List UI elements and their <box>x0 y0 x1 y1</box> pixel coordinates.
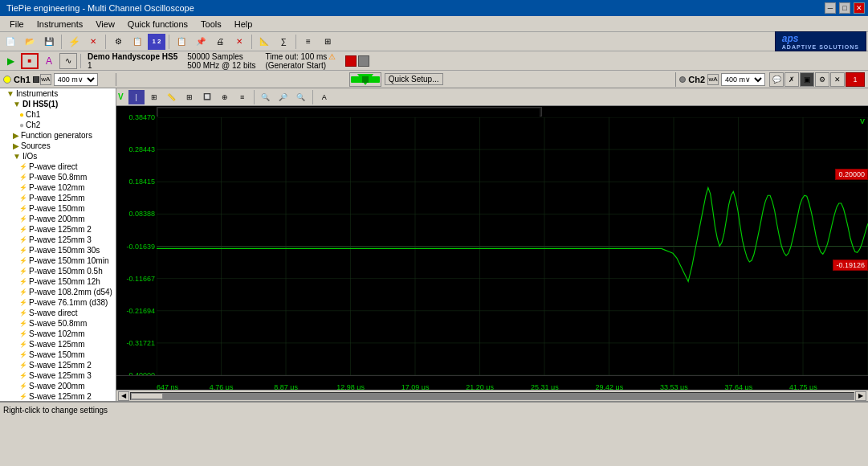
menu-help[interactable]: Help <box>228 19 259 29</box>
tree-swave-200[interactable]: ⚡S-wave 200mm <box>0 381 116 391</box>
tree-func-gen[interactable]: ▶ Function generators <box>0 130 116 141</box>
gen-controls <box>345 55 369 67</box>
tree-pwave-108[interactable]: ⚡P-wave 108.2mm (d54) <box>0 287 116 297</box>
ch2-dark-button[interactable]: ▣ <box>800 72 814 87</box>
tree-ch1[interactable]: ● Ch1 <box>0 109 116 120</box>
markers-button[interactable]: ✗ <box>784 72 799 87</box>
menu-quick-functions[interactable]: Quick functions <box>121 19 194 29</box>
close-button[interactable]: ✕ <box>854 2 865 14</box>
scroll-track[interactable] <box>130 392 854 400</box>
tree-pwave-direct[interactable]: ⚡P-wave direct <box>0 161 116 172</box>
tree-pwave-125[interactable]: ⚡P-wave 125mm <box>0 193 116 203</box>
ch1-scale-select[interactable]: 400 m∨ <box>54 73 98 86</box>
scroll-left-btn[interactable]: ◀ <box>118 391 129 401</box>
paste-button[interactable]: 📌 <box>192 34 210 50</box>
waveform-area[interactable]: 0.20000 -0.19126 V <box>157 117 868 375</box>
save-button[interactable]: 💾 <box>40 34 58 50</box>
record-button[interactable]: A <box>40 53 58 69</box>
tree-pwave-200[interactable]: ⚡P-wave 200mm <box>0 214 116 224</box>
view-grid-button[interactable]: ⊞ <box>319 34 336 50</box>
tree-swave-508[interactable]: ⚡S-wave 50.8mm <box>0 318 116 329</box>
t-7: 29.42 μs <box>595 383 623 390</box>
tree-pwave-125-3[interactable]: ⚡P-wave 125mm 3 <box>0 235 116 245</box>
connect-button[interactable]: ⚡ <box>65 34 83 50</box>
tree-swave-125[interactable]: ⚡S-wave 125mm <box>0 339 116 350</box>
scope-zoom-btn[interactable]: 🔲 <box>199 90 215 104</box>
tree-ch2[interactable]: ● Ch2 <box>0 120 116 130</box>
view-list-button[interactable]: ≡ <box>300 34 317 50</box>
cursor-button[interactable]: 💬 <box>769 72 784 87</box>
tree-swave-102[interactable]: ⚡S-wave 102mm <box>0 329 116 339</box>
play-button[interactable]: ▶ <box>2 53 19 69</box>
tree-pwave-150-10min[interactable]: ⚡P-wave 150mm 10min <box>0 255 116 266</box>
ch1-type-button[interactable]: wA <box>40 74 51 85</box>
scope-cursor-btn[interactable]: | <box>128 90 145 104</box>
measure-button[interactable]: 📐 <box>255 34 273 50</box>
settings-button[interactable]: ⚙ <box>109 34 127 50</box>
tree-di-hs5[interactable]: ▼ DI HS5(1) <box>0 99 116 109</box>
scope-grid-btn[interactable]: ⊞ <box>181 90 198 104</box>
copy-button[interactable]: 📋 <box>173 34 190 50</box>
scope-meas-btn[interactable]: 📏 <box>164 90 180 104</box>
ch2-settings-button[interactable]: ⚙ <box>815 72 829 87</box>
numbers-button[interactable]: 1 2 <box>148 34 165 50</box>
sep6 <box>80 54 81 68</box>
scope-math-btn[interactable]: ⊕ <box>217 90 233 104</box>
ch2-scale-select[interactable]: 400 m∨ <box>721 73 765 86</box>
gen-red-button[interactable] <box>345 55 357 67</box>
tree-swave-125-3[interactable]: ⚡S-wave 125mm 3 <box>0 370 116 381</box>
tree-swave-150[interactable]: ⚡S-wave 150mm <box>0 350 116 360</box>
gen-gray-button[interactable] <box>358 55 369 67</box>
menu-view[interactable]: View <box>89 19 121 29</box>
properties-button[interactable]: 📋 <box>128 34 146 50</box>
open-button[interactable]: 📂 <box>21 34 39 50</box>
math-button[interactable]: ∑ <box>275 34 292 50</box>
quick-setup-icon[interactable] <box>349 72 381 87</box>
tree-sources[interactable]: ▶ Sources <box>0 141 116 151</box>
scope-ref-btn[interactable]: ≡ <box>234 90 251 104</box>
record-bar <box>116 106 868 117</box>
tree-pwave-150-05h[interactable]: ⚡P-wave 150mm 0.5h <box>0 266 116 276</box>
tree-pwave-76[interactable]: ⚡P-wave 76.1mm (d38) <box>0 297 116 308</box>
scope-auto-btn[interactable]: A <box>316 90 332 104</box>
menu-file[interactable]: File <box>3 19 31 29</box>
tree-pwave-150[interactable]: ⚡P-wave 150mm <box>0 203 116 214</box>
time-axis: 647 ns 4.76 μs 8.87 μs 12.98 μs 17.09 μs… <box>116 375 868 390</box>
tree-swave-direct[interactable]: ⚡S-wave direct <box>0 308 116 318</box>
tree-pwave-102[interactable]: ⚡P-wave 102mm <box>0 182 116 193</box>
scope-zoom-in-btn[interactable]: 🔍 <box>258 90 274 104</box>
tree-pwave-508[interactable]: ⚡P-wave 50.8mm <box>0 172 116 182</box>
scope-zoom-out-btn[interactable]: 🔍 <box>293 90 309 104</box>
disconnect-button[interactable]: ✕ <box>84 34 102 50</box>
ch2-label: Ch2 <box>688 75 705 84</box>
tree-ios[interactable]: ▼ I/Os <box>0 151 116 161</box>
tree-pwave-150-12h[interactable]: ⚡P-wave 150mm 12h <box>0 276 116 287</box>
tree-swave-125-2b[interactable]: ⚡S-wave 125mm 2 <box>0 391 116 401</box>
scope-ruler-btn[interactable]: ⊞ <box>146 90 162 104</box>
record-indicator <box>157 107 542 117</box>
quick-setup-button[interactable]: Quick Setup... <box>385 73 443 85</box>
tree-pwave-150-30s[interactable]: ⚡P-wave 150mm 30s <box>0 245 116 255</box>
scroll-right-btn[interactable]: ▶ <box>855 391 866 401</box>
print-button[interactable]: 🖨 <box>211 34 229 50</box>
ch2-num-button[interactable]: 1 <box>846 72 865 87</box>
minimize-button[interactable]: ─ <box>825 2 836 14</box>
maximize-button[interactable]: □ <box>839 2 850 14</box>
new-button[interactable]: 📄 <box>2 34 19 50</box>
tree-swave-125-2[interactable]: ⚡S-wave 125mm 2 <box>0 360 116 370</box>
y-label-4: -0.01639 <box>126 243 155 251</box>
export-button[interactable]: ✕ <box>230 34 248 50</box>
scope-zoom-reset-btn[interactable]: 🔎 <box>275 90 291 104</box>
y-label-2: 0.18415 <box>128 178 155 186</box>
stop-button[interactable]: ■ <box>21 53 39 69</box>
sep2 <box>105 35 106 49</box>
menu-instruments[interactable]: Instruments <box>31 19 89 29</box>
menu-tools[interactable]: Tools <box>194 19 228 29</box>
toolbar-2: ▶ ■ A ∿ Demo Handyscope HS5 1 50000 Samp… <box>0 51 868 71</box>
ch2-type-button[interactable]: wA <box>707 74 719 85</box>
scroll-thumb[interactable] <box>131 393 163 399</box>
tree-pwave-125-2[interactable]: ⚡P-wave 125mm 2 <box>0 224 116 235</box>
tree-instruments[interactable]: ▼ Instruments <box>0 88 116 99</box>
close-ch2-button[interactable]: ✕ <box>830 72 845 87</box>
waveform-button[interactable]: ∿ <box>59 53 77 69</box>
